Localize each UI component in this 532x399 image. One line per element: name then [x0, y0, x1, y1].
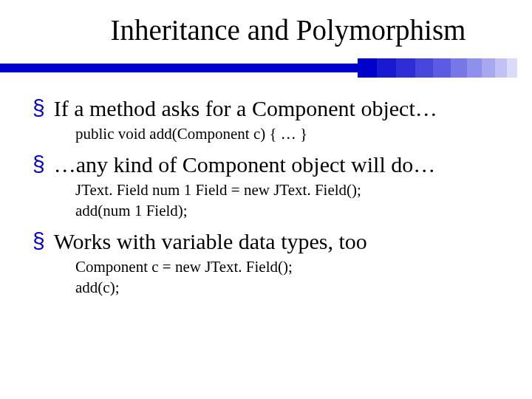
accent-square: [495, 58, 507, 78]
slide-title: Inheritance and Polymorphism: [74, 13, 502, 47]
code-line: public void add(Component c) { … }: [75, 123, 501, 144]
bullet-line: § …any kind of Component object will do…: [53, 151, 501, 178]
bullet-text: Works with variable data types, too: [54, 228, 367, 255]
bullet-text: If a method asks for a Component object…: [54, 95, 437, 122]
accent-square: [415, 58, 433, 78]
accent-square: [377, 58, 396, 78]
accent-square: [358, 58, 377, 78]
bullet-item: § …any kind of Component object will do……: [53, 151, 501, 221]
square-bullet-icon: §: [33, 228, 45, 253]
bullet-sub: public void add(Component c) { … }: [75, 123, 501, 144]
bullet-text: …any kind of Component object will do…: [54, 151, 436, 178]
accent-bar: [0, 64, 358, 72]
accent-square: [482, 58, 495, 78]
accent-divider: [0, 58, 532, 78]
slide: Inheritance and Polymorphism § If a meth…: [0, 0, 532, 399]
bullet-line: § Works with variable data types, too: [53, 228, 501, 255]
bullet-sub: JText. Field num 1 Field = new JText. Fi…: [75, 180, 501, 221]
accent-square: [507, 58, 517, 78]
code-line: JText. Field num 1 Field = new JText. Fi…: [75, 180, 501, 200]
code-line: add(c);: [75, 277, 501, 298]
accent-squares: [358, 58, 517, 78]
bullet-line: § If a method asks for a Component objec…: [53, 95, 501, 122]
accent-square: [451, 58, 467, 78]
bullet-item: § Works with variable data types, too Co…: [53, 228, 501, 298]
accent-square: [433, 58, 451, 78]
bullet-sub: Component c = new JText. Field(); add(c)…: [75, 256, 501, 298]
accent-square: [396, 58, 415, 78]
square-bullet-icon: §: [33, 95, 45, 120]
bullet-item: § If a method asks for a Component objec…: [53, 95, 501, 144]
slide-content: § If a method asks for a Component objec…: [0, 95, 532, 298]
code-line: Component c = new JText. Field();: [75, 256, 501, 277]
code-line: add(num 1 Field);: [75, 200, 501, 221]
accent-square: [467, 58, 482, 78]
square-bullet-icon: §: [33, 151, 45, 177]
